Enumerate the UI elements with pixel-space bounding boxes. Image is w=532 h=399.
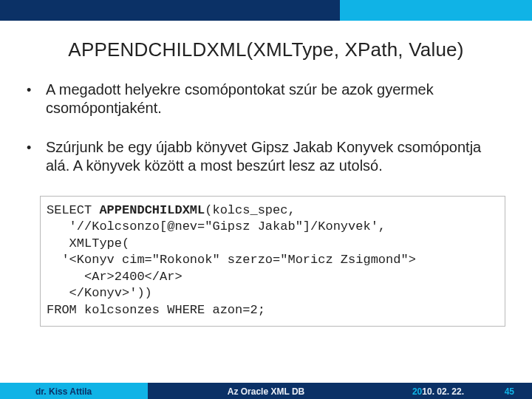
footer-page-number: 45 [505,386,514,397]
code-kw: SELECT [47,203,99,217]
top-bar-accent [340,0,532,21]
bullet-item: • Szúrjunk be egy újabb könyvet Gipsz Ja… [27,138,505,175]
code-func: APPENDCHILDXML [99,203,205,217]
code-line: '<Konyv cim="Rokonok" szerzo="Moricz Zsi… [47,253,416,267]
bullet-dot-icon: • [27,140,38,157]
bullet-item: • A megadott helyekre csomópontokat szúr… [27,81,505,117]
code-line: '//Kolcsonzo[@nev="Gipsz Jakab"]/Konyvek… [47,219,386,233]
top-bar [0,0,532,21]
code-line: SELECT APPENDCHILDXML(kolcs_spec, [47,203,296,217]
content-area: • A megadott helyekre csomópontokat szúr… [0,81,532,175]
code-block: SELECT APPENDCHILDXML(kolcs_spec, '//Kol… [40,196,505,327]
code-line: XMLType( [47,236,129,250]
page-title: APPENDCHILDXML(XMLType, XPath, Value) [0,21,532,81]
footer-date-year-prefix: 20 [412,386,422,397]
code-line: </Konyv>')) [47,286,152,300]
bullet-text: Szúrjunk be egy újabb könyvet Gipsz Jaka… [38,138,505,175]
bullet-dot-icon: • [27,82,38,99]
code-line: <Ar>2400</Ar> [47,270,183,284]
bullet-text: A megadott helyekre csomópontokat szúr b… [38,81,505,117]
code-line: FROM kolcsonzes WHERE azon=2; [47,303,265,317]
footer-date-rest: 10. 02. 22. [422,386,464,397]
code-text: (kolcs_spec, [205,203,295,217]
footer-date: 2010. 02. 22. [412,386,464,397]
footer: dr. Kiss Attila Az Oracle XML DB 2010. 0… [0,381,532,399]
